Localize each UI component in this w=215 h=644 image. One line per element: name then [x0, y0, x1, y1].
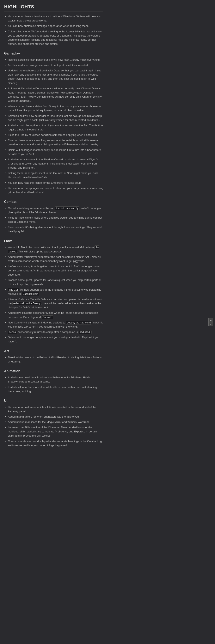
list-item: Karlach will now feel more alive while i…	[4, 385, 103, 394]
section-title-ui: UI	[4, 398, 103, 404]
list-item: Fixed some NPCs being able to shoot thro…	[4, 225, 103, 234]
list-item: You can now customise hirelings' appeara…	[4, 24, 103, 28]
list-item: The Gur will now support you in the endg…	[4, 288, 103, 296]
list-item: Tweaked the colour of the Potion of Mind…	[4, 356, 103, 364]
ui-list: You can now customise which solution is …	[4, 405, 103, 448]
animation-list: Added some new idle animations and behav…	[4, 376, 103, 394]
section-title-gameplay: Gameplay	[4, 51, 103, 56]
section-title-flow: Flow	[4, 238, 103, 244]
list-item: Improved the Skills section of the Chara…	[4, 426, 103, 438]
list-item: Added unique map icons for the Magic Mir…	[4, 420, 103, 424]
list-item: Halsin will no longer spontaneously deci…	[4, 148, 103, 156]
intro-list: You can now dismiss dead avatars to With…	[4, 14, 103, 46]
list-item: Fixed an inconsistent issue where enemie…	[4, 216, 103, 224]
section-title-animation: Animation	[4, 369, 103, 374]
list-item: Fixed an issue where assaulting someone …	[4, 138, 103, 146]
list-item: You can now read the recipe for the Empe…	[4, 181, 103, 185]
list-item: Archfey warlocks now get a choice of can…	[4, 63, 103, 67]
list-item: You can now dismiss dead avatars to With…	[4, 14, 103, 23]
list-item: Colour-blind mode: We've added a setting…	[4, 30, 103, 46]
list-item: If Avatar Gale or a Tav with Gale as a r…	[4, 297, 103, 310]
tag-elder-brain: elder brain in the Colony	[13, 302, 41, 305]
art-list: Tweaked the colour of the Potion of Mind…	[4, 356, 103, 364]
list-item: Added some new idle animations and behav…	[4, 376, 103, 384]
list-item: Added a controller option so that, if yo…	[4, 124, 103, 132]
list-item: We've told Mol to be more polite and tha…	[4, 245, 103, 254]
tag-gortash: Gortash.	[42, 316, 53, 319]
list-item: Refined Scratch's fetch behaviour. He wi…	[4, 58, 103, 62]
tag-destroy-hag-wand: destroy the hag wand	[66, 321, 92, 324]
tag-the-gur: The Gur	[8, 288, 19, 292]
list-item: Blocked some quest updates for Jaheira's…	[4, 278, 103, 286]
tag-yenna: Yenna	[8, 330, 17, 334]
list-item: You can now use sponges and soaps to cle…	[4, 186, 103, 194]
gameplay-list: Refined Scratch's fetch behaviour. He wi…	[4, 58, 103, 194]
tag-the-harpies: the harpies	[8, 246, 99, 253]
section-title-art: Art	[4, 349, 103, 354]
page-title: HIGHLIGHTS	[4, 3, 103, 12]
list-item: At Level 6, Knowledge Domain clerics wil…	[4, 86, 103, 103]
list-item: Lae'zel was having trouble getting over …	[4, 264, 103, 277]
list-item: Now Connor will disappear if Mayrina dec…	[4, 320, 103, 329]
list-item: Yenna now correctly returns to camp afte…	[4, 330, 103, 334]
list-item: Added new dialogue options for Minsc whe…	[4, 311, 103, 319]
list-item: Combat rounds are now displayed under se…	[4, 439, 103, 448]
tag-turn-into-mist: turn into mist and fly	[55, 206, 79, 210]
combat-list: Cazador suddenly remembered he can turn …	[4, 206, 103, 234]
list-item: Added more autosaves in the Shadow-Curse…	[4, 158, 103, 170]
list-item: Gale should no longer complain about you…	[4, 336, 103, 344]
list-item: When you purchase a statue from Boney in…	[4, 104, 103, 112]
section-title-combat: Combat	[4, 200, 103, 204]
list-item: Scratch's ball will now be harder to los…	[4, 114, 103, 122]
list-item: Licking the hunk of spider meat in the G…	[4, 171, 103, 179]
list-item: Cazador suddenly remembered he can turn …	[4, 206, 103, 214]
tag-abducted: abducted.	[79, 330, 92, 334]
flow-list: We've told Mol to be more polite and tha…	[4, 245, 103, 344]
list-item: Added map markers for when characters wa…	[4, 415, 103, 419]
tag-cazadors-lair: Cazador's lair.	[22, 292, 39, 296]
list-item: Added better multiplayer support for the…	[4, 255, 103, 263]
list-item: Updated the mechanics of Speak with Dead…	[4, 68, 103, 85]
list-item: Fixed the Enemy of Justice condition som…	[4, 133, 103, 137]
list-item: You can now customise which solution is …	[4, 405, 103, 414]
